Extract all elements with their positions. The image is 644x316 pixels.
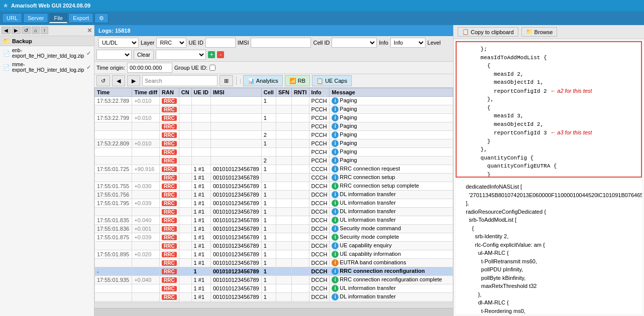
url-button[interactable]: URL [2,13,22,23]
cell-ran: RRC [160,122,179,131]
settings-button[interactable]: ⚙ [94,13,109,23]
filter-bar2: Time origin: Group UE ID: [94,62,453,74]
table-row[interactable]: RRC PCCH iPaging [94,122,453,131]
th-cell[interactable]: Cell [261,88,276,97]
level-select[interactable] [96,50,132,60]
cell-ueid: 1 #1 [191,182,210,191]
sidebar-back-btn[interactable]: ◀ [2,27,11,34]
cell-message: iUL information transfer [330,199,453,208]
th-ueid[interactable]: UE ID [191,88,210,97]
th-timediff[interactable]: Time diff [132,88,160,97]
th-rnti[interactable]: RNTI [291,88,309,97]
table-row[interactable]: RRC 1 #1 001010123456789 1 DCCH iUL info… [94,284,453,293]
cell-cell: 1 [261,208,276,216]
level-label: Level [427,40,441,46]
copy-to-clipboard-btn[interactable]: 📋 Copy to clipboard [458,27,518,37]
table-row[interactable]: 17:53:22.789 +0.010 RRC 1 PCCH iPaging [94,97,453,105]
toolbar-actions: ↺ ◀ ▶ ⊞ | 📊 Analytics 📶 RB 📋 [94,74,453,88]
th-sfn[interactable]: SFN [276,88,291,97]
cell-sfn [276,114,291,122]
cell-imsi [210,156,261,165]
table-row[interactable]: 17:55:01.895 +0.020 RRC 1 #1 00101012345… [94,250,453,259]
cell-ueid: 1 #1 [191,174,210,182]
table-row[interactable]: 17:55:01.725 +90.916 RRC 1 #1 0010101234… [94,165,453,174]
th-imsi[interactable]: IMSI [210,88,261,97]
search-grid-btn[interactable]: ⊞ [220,75,233,86]
table-row[interactable]: RRC 2 PCCH iPaging [94,156,453,165]
cell-cell: 1 [261,97,276,105]
rb-btn[interactable]: 📶 RB [285,75,310,86]
analytics-btn[interactable]: 📊 Analytics [243,75,283,86]
table-row[interactable]: - RRC 1 001010123456789 1 DCCH iRRC conn… [94,267,453,276]
cell-cell: 1 [261,165,276,174]
cell-ueid: 1 #1 [191,293,210,301]
cell-sfn [276,174,291,182]
app-icon: ★ [3,3,8,9]
table-row[interactable]: RRC 1 #1 001010123456789 1 DCCH iUE capa… [94,242,453,250]
table-container[interactable]: Time Time diff RAN CN UE ID IMSI Cell SF… [94,88,453,302]
th-cn[interactable]: CN [179,88,191,97]
table-row[interactable]: 17:53:22.799 +0.010 RRC 1 PCCH iPaging [94,114,453,122]
time-origin-input[interactable] [127,63,172,73]
th-ran[interactable]: RAN [160,88,179,97]
cell-timediff [132,267,160,276]
file-button[interactable]: File [49,13,67,23]
export-button[interactable]: Export [68,13,93,23]
sidebar-file-status-2: ✓ [86,64,91,71]
uldl-select[interactable]: UL/DLULDL [98,38,139,48]
sidebar-forward-btn[interactable]: ▶ [12,27,21,34]
table-row[interactable]: RRC 2 PCCH iPaging [94,131,453,139]
table-row[interactable]: RRC 1 #1 001010123456789 1 DCCH iDL info… [94,208,453,216]
search-input[interactable] [142,75,218,86]
table-row[interactable]: 17:55:01.836 +0.001 RRC 1 #1 00101012345… [94,225,453,233]
table-row[interactable]: 17:55:01.835 +0.040 RRC 1 #1 00101012345… [94,216,453,225]
cell-sfn [276,191,291,199]
add-filter-btn[interactable]: + [208,51,215,58]
browse-btn[interactable]: 📁 Browse [521,27,558,37]
server-button[interactable]: Server [23,13,48,23]
table-row[interactable]: 17:55:01.935 +0.040 RRC 1 #1 00101012345… [94,276,453,284]
layer-select[interactable]: RRCMACPHY [156,38,186,48]
table-row[interactable]: 17:55:01.755 +0.030 RRC 1 #1 00101012345… [94,182,453,191]
uecaps-btn[interactable]: 📋 UE Caps [312,75,352,86]
cell-time: 17:55:01.935 [94,276,132,284]
table-row[interactable]: RRC 1 #1 001010123456789 CCCH iRRC conne… [94,174,453,182]
table-row[interactable]: 17:55:01.795 +0.039 RRC 1 #1 00101012345… [94,199,453,208]
refresh-btn[interactable]: ↺ [96,75,110,86]
uecaps-label: UE Caps [325,78,347,84]
cell-rnti [291,148,309,156]
sidebar-up-btn[interactable]: ↑ [41,27,48,34]
th-info[interactable]: Info [309,88,330,97]
cell-ran: RRC [160,114,179,122]
table-row[interactable]: RRC 1 #1 001010123456789 1 DCCH iDL info… [94,293,453,301]
forward-btn[interactable]: ▶ [127,75,140,86]
table-row[interactable]: 17:55:01.756 RRC 1 #1 001010123456789 1 … [94,191,453,199]
cellid-select[interactable] [332,38,377,48]
cell-imsi: 001010123456789 [210,250,261,259]
table-row[interactable]: 17:55:01.875 +0.039 RRC 1 #1 00101012345… [94,233,453,242]
imsi-input[interactable] [251,38,311,48]
cell-timediff: +0.010 [132,97,160,105]
sidebar-item-mme[interactable]: 📄 mme-export_lte_HO_inter_tdd_log.zip ✓ [0,60,94,74]
info-select[interactable]: Info [390,38,425,48]
table-row[interactable]: RRC PCCH iPaging [94,105,453,114]
ueid-input[interactable] [205,38,236,48]
back-btn[interactable]: ◀ [112,75,125,86]
filter-extra-select[interactable] [156,50,206,60]
th-message[interactable]: Message [330,88,453,97]
cell-sfn [276,276,291,284]
group-ueid-checkbox[interactable] [209,65,216,71]
th-time[interactable]: Time [94,88,132,97]
table-row[interactable]: RRC PCCH iPaging [94,148,453,156]
table-row[interactable]: 17:53:22.809 +0.010 RRC 1 PCCH iPaging [94,139,453,148]
cell-info: PCCH [309,139,330,148]
clear-btn[interactable]: Clear [134,50,154,60]
sidebar-item-enb[interactable]: 📄 enb-export_lte_HO_inter_tdd_log.zip ✓ [0,46,94,60]
table-row[interactable]: RRC 1 #1 001010123456789 1 DCCH iEUTRA b… [94,259,453,267]
cell-ueid: 1 #1 [191,250,210,259]
sidebar-home-btn[interactable]: ⌂ [32,27,40,34]
sidebar-refresh-btn[interactable]: ↺ [22,27,31,34]
remove-filter-btn[interactable]: - [217,51,224,58]
sidebar-close-btn[interactable]: ✕ [87,27,92,34]
horizontal-scrollbar[interactable] [94,302,453,308]
